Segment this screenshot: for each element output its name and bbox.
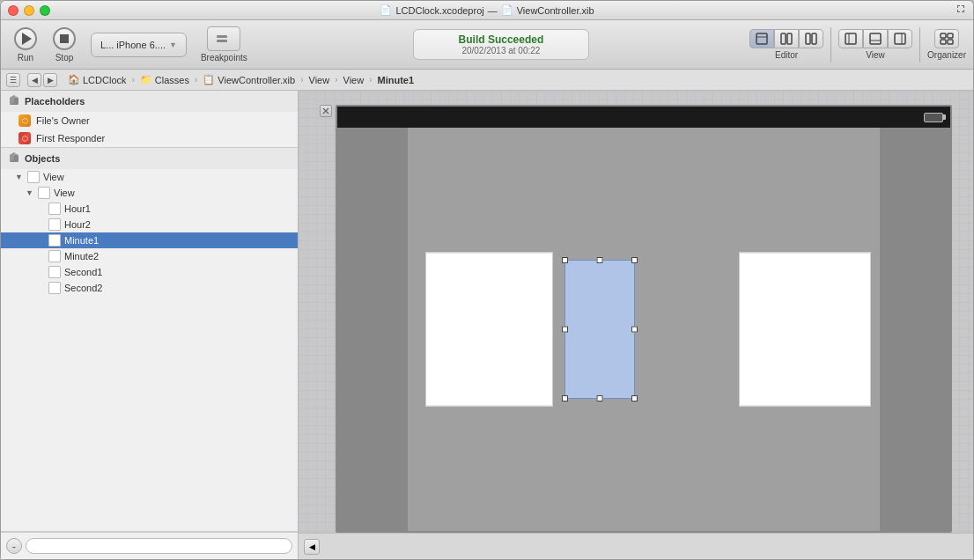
svg-rect-15 [941, 33, 946, 38]
svg-rect-13 [895, 33, 905, 44]
titlebar: 📄 LCDClock.xcodeproj — 📄 ViewController.… [1, 1, 973, 20]
run-button[interactable]: Run [8, 23, 43, 66]
run-label: Run [18, 53, 33, 63]
placeholders-cube-icon [8, 94, 20, 108]
maximize-button[interactable] [40, 5, 50, 16]
back-btn[interactable]: ◀ [27, 73, 41, 87]
breadcrumb-viewcontroller[interactable]: 📋 ViewController.xib [199, 73, 299, 86]
organizer-group: Organizer [927, 29, 966, 60]
expand-icon2: ▼ [26, 188, 34, 197]
organizer-btn[interactable] [934, 29, 959, 48]
scheme-btn-inner: L... iPhone 6.... ▼ [91, 33, 187, 57]
files-owner-item[interactable]: ⬡ File's Owner [1, 112, 298, 129]
placeholders-header: Placeholders [1, 91, 298, 112]
hour2-icon [48, 218, 61, 231]
right-dark-col [880, 128, 950, 531]
first-responder-icon: ⬡ [18, 132, 31, 144]
breadcrumb-sep3: › [300, 75, 303, 85]
view-body [337, 128, 950, 531]
breadcrumb-classes[interactable]: 📁 Classes [137, 73, 193, 86]
collapse-btn[interactable] [320, 105, 332, 117]
close-button[interactable] [8, 5, 18, 16]
minute2-icon [48, 250, 61, 262]
stop-button[interactable]: Stop [47, 23, 82, 66]
tree-view-child[interactable]: ▼ View [1, 185, 298, 201]
panel-hour[interactable] [425, 253, 553, 407]
breadcrumb-view1[interactable]: View [306, 74, 334, 86]
handle-ml[interactable] [562, 327, 568, 333]
files-owner-icon: ⬡ [18, 114, 31, 127]
tree-second1[interactable]: ▶ Second1 [1, 264, 298, 280]
breadcrumb-sep2: › [195, 75, 197, 85]
breakpoints-button[interactable]: Breakpoints [196, 23, 253, 66]
handle-bl[interactable] [562, 395, 568, 402]
xib-icon: 📋 [203, 74, 215, 85]
traffic-lights [8, 5, 50, 16]
handle-tl[interactable] [562, 257, 568, 263]
minute1-icon [48, 234, 61, 247]
sidebar: Placeholders ⬡ File's Owner ⬡ First Resp… [1, 91, 299, 559]
right-panel-btn[interactable] [888, 29, 912, 48]
editor-group: Editor [749, 29, 823, 60]
handle-bc[interactable] [597, 395, 603, 402]
breakpoints-label: Breakpoints [201, 53, 247, 63]
breakpoints-icon [207, 26, 240, 51]
toolbar: Run Stop L... iPhone 6.... ▼ Breakpoints [1, 20, 973, 70]
toggle-sidebar-btn[interactable]: ☰ [6, 73, 20, 87]
svg-rect-2 [756, 33, 767, 44]
tree-minute1[interactable]: ▶ Minute1 [1, 232, 298, 248]
view-child-icon [38, 187, 50, 199]
assistant-editor-btn[interactable] [774, 29, 799, 48]
version-editor-btn[interactable] [799, 29, 823, 48]
panel-second[interactable] [739, 253, 871, 407]
iphone-frame [336, 105, 952, 533]
tree-view-root[interactable]: ▼ View [1, 169, 298, 185]
handle-mr[interactable] [631, 327, 638, 333]
folder-icon: 🏠 [68, 74, 80, 85]
scheme-label: L... iPhone 6.... [100, 40, 166, 50]
separator1 [830, 27, 831, 63]
build-title: Build Succeeded [428, 33, 574, 46]
panel-minute1[interactable] [564, 260, 635, 399]
search-box[interactable] [26, 538, 292, 554]
left-panel-btn[interactable] [838, 29, 863, 48]
tree-hour2[interactable]: ▶ Hour2 [1, 217, 298, 232]
doc-icon2: 📄 [501, 4, 513, 16]
minimize-button[interactable] [24, 5, 34, 16]
handle-tc[interactable] [597, 257, 603, 263]
main-window: 📄 LCDClock.xcodeproj — 📄 ViewController.… [0, 0, 974, 560]
objects-label: Objects [25, 153, 60, 164]
fullscreen-btn[interactable] [956, 4, 966, 17]
svg-rect-16 [948, 33, 953, 38]
stop-icon [52, 26, 77, 51]
handle-br[interactable] [631, 395, 638, 402]
svg-rect-1 [217, 40, 227, 42]
bottom-panel-btn[interactable] [863, 29, 888, 48]
editor-label: Editor [775, 50, 798, 60]
breadcrumb-view2[interactable]: View [340, 74, 368, 86]
project-name: LCDClock.xcodeproj [395, 5, 483, 16]
tree-hour1[interactable]: ▶ Hour1 [1, 201, 298, 217]
breadcrumb-lcd-clock[interactable]: 🏠 LCDClock [64, 73, 130, 86]
forward-btn[interactable]: ▶ [43, 73, 57, 87]
objects-cube-icon [8, 151, 20, 166]
scheme-selector[interactable]: L... iPhone 6.... ▼ Breakpoints [85, 29, 192, 61]
objects-section: Objects ▼ View ▼ View ▶ Hour1 [1, 148, 298, 532]
view-btns [838, 29, 912, 48]
organizer-label: Organizer [927, 50, 966, 60]
title-separator: — [488, 5, 498, 16]
breadcrumb-left-icons: ☰ [6, 73, 20, 87]
main-content: Placeholders ⬡ File's Owner ⬡ First Resp… [1, 91, 973, 559]
expand-icon: ▼ [15, 173, 24, 181]
standard-editor-btn[interactable] [749, 29, 774, 48]
canvas-back-btn[interactable]: ◀ [304, 539, 320, 555]
breadcrumb-minute1[interactable]: Minute1 [374, 74, 418, 86]
tree-second2[interactable]: ▶ Second2 [1, 280, 298, 296]
add-object-btn[interactable]: - [6, 538, 22, 554]
first-responder-item[interactable]: ⬡ First Responder [1, 129, 298, 147]
files-owner-label: File's Owner [36, 115, 90, 126]
tree-minute2[interactable]: ▶ Minute2 [1, 248, 298, 264]
objects-header: Objects [1, 148, 298, 169]
doc-icon: 📄 [380, 4, 392, 16]
handle-tr[interactable] [631, 257, 638, 263]
